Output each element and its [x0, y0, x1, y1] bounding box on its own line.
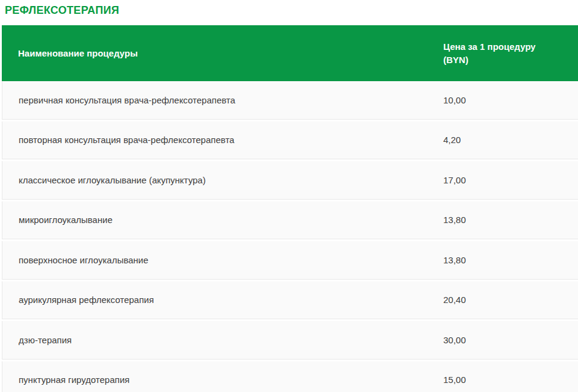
- procedure-name: поверхносное иглоукалывание: [2, 255, 442, 265]
- procedure-name: классическое иглоукалывание (акупунктура…: [2, 175, 442, 185]
- column-header-procedure-name: Наименование процедуры: [2, 48, 442, 58]
- table-row: поверхносное иглоукалывание 13,80: [2, 241, 578, 280]
- price-table: Наименование процедуры Цена за 1 процеду…: [2, 25, 578, 392]
- table-row: первичная консультация врача-рефлексотер…: [2, 81, 578, 120]
- table-row: дзю-терапия 30,00: [2, 321, 578, 360]
- table-body: первичная консультация врача-рефлексотер…: [2, 81, 578, 392]
- procedure-name: первичная консультация врача-рефлексотер…: [2, 95, 442, 105]
- procedure-price: 30,00: [442, 335, 556, 345]
- column-header-price: Цена за 1 процедуру (BYN): [442, 40, 547, 67]
- procedure-name: дзю-терапия: [2, 335, 442, 345]
- procedure-price: 15,00: [442, 375, 556, 385]
- table-header-row: Наименование процедуры Цена за 1 процеду…: [2, 25, 578, 81]
- table-row: аурикулярная рефлексотерапия 20,40: [2, 281, 578, 320]
- table-row: классическое иглоукалывание (акупунктура…: [2, 161, 578, 200]
- procedure-price: 20,40: [442, 295, 556, 305]
- procedure-name: микроиглоукалывание: [2, 215, 442, 225]
- procedure-name: аурикулярная рефлексотерапия: [2, 295, 442, 305]
- procedure-price: 13,80: [442, 215, 556, 225]
- procedure-name: повторная консультация врача-рефлексотер…: [2, 135, 442, 145]
- table-row: повторная консультация врача-рефлексотер…: [2, 121, 578, 160]
- procedure-price: 17,00: [442, 175, 556, 185]
- table-row: пунктурная гирудотерапия 15,00: [2, 361, 578, 392]
- table-row: микроиглоукалывание 13,80: [2, 201, 578, 240]
- procedure-name: пунктурная гирудотерапия: [2, 375, 442, 385]
- price-page: РЕФЛЕКСОТЕРАПИЯ Наименование процедуры Ц…: [0, 0, 578, 392]
- procedure-price: 10,00: [442, 95, 556, 105]
- procedure-price: 13,80: [442, 255, 556, 265]
- page-title: РЕФЛЕКСОТЕРАПИЯ: [0, 0, 578, 16]
- procedure-price: 4,20: [442, 135, 556, 145]
